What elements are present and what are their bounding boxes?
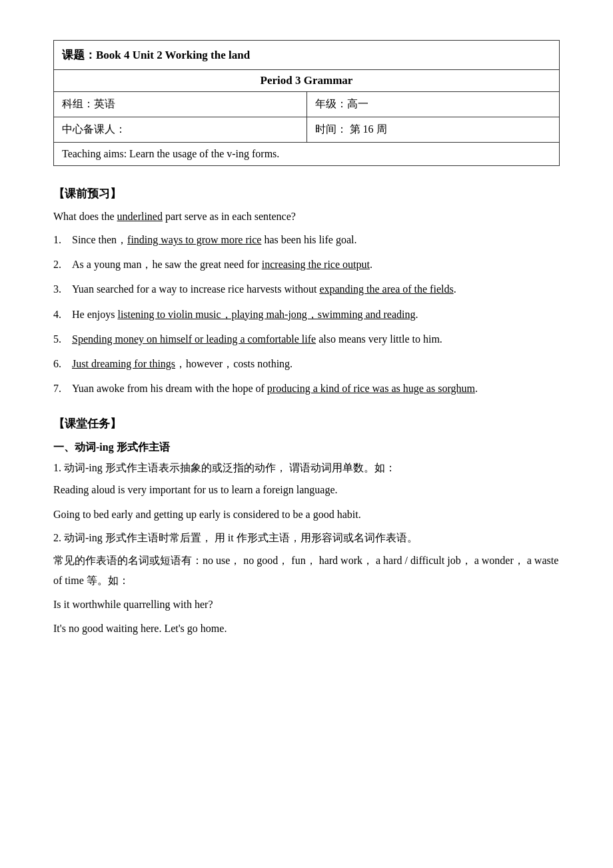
list-item: 2. As a young man，he saw the great need … — [53, 255, 560, 273]
list-item: 5. Spending money on himself or leading … — [53, 330, 560, 348]
point2-title: 2. 动词-ing 形式作主语时常后置， 用 it 作形式主语，用形容词或名词作… — [53, 531, 560, 545]
underlined-label: underlined — [117, 211, 163, 222]
underlined-phrase: increasing the rice output — [262, 259, 370, 270]
example1a: Reading aloud is very important for us t… — [53, 481, 560, 500]
question-intro: What does the underlined part serve as i… — [53, 211, 560, 223]
period-subtitle: Period 3 Grammar — [261, 74, 353, 87]
preview-title: 【课前预习】 — [53, 186, 560, 201]
list-item: 4. He enjoys listening to violin music，p… — [53, 305, 560, 323]
subtitle-cell: Period 3 Grammar — [54, 70, 560, 92]
underlined-phrase: finding ways to grow more rice — [127, 234, 261, 245]
example2b: It's no good waiting here. Let's go home… — [53, 619, 560, 639]
list-item: 6. Just dreaming for things，however，cost… — [53, 355, 560, 373]
underlined-phrase: producing a kind of rice was as huge as … — [267, 383, 475, 394]
item-num: 3. — [53, 280, 61, 298]
class-task-title: 【课堂任务】 — [53, 416, 560, 431]
point1-title: 1. 动词-ing 形式作主语表示抽象的或泛指的动作， 谓语动词用单数。如： — [53, 461, 560, 475]
list-item: 1. Since then，finding ways to grow more … — [53, 231, 560, 249]
item-num: 4. — [53, 305, 61, 323]
aims-cell: Teaching aims: Learn the usage of the v-… — [54, 143, 560, 166]
subsection-title: 一、动词-ing 形式作主语 — [53, 441, 560, 455]
item-num: 1. — [53, 231, 61, 249]
underlined-phrase: Just dreaming for things — [72, 358, 175, 369]
grade-cell: 年级：高一 — [306, 92, 560, 117]
cn-note: 常见的作表语的名词或短语有：no use， no good， fun， hard… — [53, 551, 560, 591]
time-cell: 时间： 第 16 周 — [306, 117, 560, 143]
teacher-cell: 中心备课人： — [54, 117, 307, 143]
item-num: 7. — [53, 379, 61, 397]
item-num: 5. — [53, 330, 61, 348]
subject-cell: 科组：英语 — [54, 92, 307, 117]
example2a: Is it worthwhile quarrelling with her? — [53, 595, 560, 615]
example1b: Going to bed early and getting up early … — [53, 505, 560, 525]
class-task-section: 【课堂任务】 一、动词-ing 形式作主语 1. 动词-ing 形式作主语表示抽… — [53, 416, 560, 639]
title-value: Book 4 Unit 2 Working the land — [96, 49, 250, 61]
underlined-phrase: listening to violin music，playing mah-jo… — [117, 309, 415, 320]
underlined-phrase: expanding the area of the fields — [319, 283, 453, 295]
list-item: 3. Yuan searched for a way to increase r… — [53, 280, 560, 298]
header-table: 课题：Book 4 Unit 2 Working the land Period… — [53, 40, 560, 166]
title-label: 课题： — [62, 49, 96, 61]
item-num: 6. — [53, 355, 61, 373]
preview-list: 1. Since then，finding ways to grow more … — [53, 231, 560, 397]
underlined-phrase: Spending money on himself or leading a c… — [72, 333, 316, 345]
course-title-cell: 课题：Book 4 Unit 2 Working the land — [54, 41, 560, 70]
item-num: 2. — [53, 255, 61, 273]
preview-section: 【课前预习】 What does the underlined part ser… — [53, 186, 560, 397]
list-item: 7. Yuan awoke from his dream with the ho… — [53, 379, 560, 397]
